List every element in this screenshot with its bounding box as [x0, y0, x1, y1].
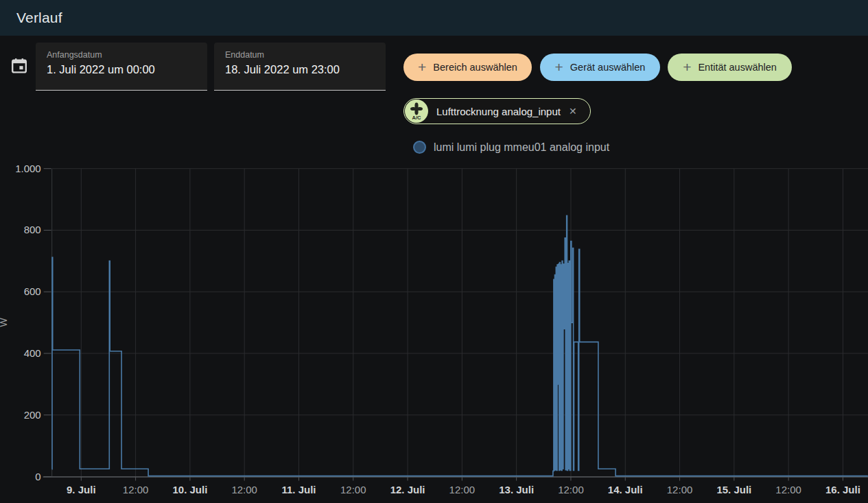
x-tick-label: 11. Juli: [281, 484, 316, 495]
x-tick-label: 15. Juli: [716, 484, 751, 495]
x-tick-label: 13. Juli: [499, 484, 534, 495]
legend-dot: [413, 141, 426, 154]
add-device-filter-label: Gerät auswählen: [570, 62, 646, 73]
x-tick-label: 14. Juli: [608, 484, 643, 495]
y-tick-label: 600: [24, 285, 41, 297]
y-tick-label: 200: [24, 409, 41, 421]
y-tick-label: 0: [35, 471, 40, 482]
end-date-label: Enddatum: [225, 50, 375, 60]
app-header: Verlauf: [0, 0, 868, 36]
y-tick-label: 1.000: [15, 163, 41, 174]
selected-entity-chip[interactable]: A/C Lufttrocknung analog_input ✕: [403, 98, 591, 124]
x-tick-label: 12:00: [775, 484, 801, 495]
start-date-value: 1. Juli 2022 um 00:00: [47, 63, 196, 76]
x-tick-label: 9. Juli: [67, 484, 96, 495]
x-tick-label: 12:00: [123, 484, 149, 495]
add-area-filter-button[interactable]: + Bereich auswählen: [403, 54, 532, 81]
x-tick-label: 12:00: [558, 484, 584, 495]
add-entity-filter-label: Entität auswählen: [698, 62, 776, 73]
close-icon[interactable]: ✕: [569, 106, 577, 117]
history-chart[interactable]: 02004006008001.0009. Juli12:0010. Juli12…: [0, 159, 868, 503]
x-tick-label: 12:00: [340, 484, 366, 495]
x-tick-label: 10. Juli: [172, 484, 207, 495]
x-tick-label: 12. Juli: [390, 484, 425, 495]
x-tick-label: 12:00: [667, 484, 693, 495]
add-device-filter-button[interactable]: + Gerät auswählen: [540, 54, 660, 81]
add-entity-filter-button[interactable]: + Entität auswählen: [668, 54, 792, 81]
hvac-fan-icon: A/C: [405, 100, 428, 123]
legend-label: lumi lumi plug mmeu01 analog input: [434, 141, 609, 154]
plus-icon: +: [418, 60, 426, 74]
plus-icon: +: [683, 60, 691, 74]
start-date-field[interactable]: Anfangsdatum 1. Juli 2022 um 00:00: [36, 43, 207, 91]
x-tick-label: 16. Juli: [825, 484, 860, 495]
selected-entity-label: Lufttrocknung analog_input: [436, 106, 561, 117]
y-tick-label: 400: [24, 347, 41, 359]
start-date-label: Anfangsdatum: [47, 50, 196, 60]
end-date-value: 18. Juli 2022 um 23:00: [225, 63, 375, 76]
series-line: [52, 215, 868, 476]
y-tick-label: 800: [24, 224, 41, 235]
hvac-icon-text: A/C: [412, 115, 422, 121]
plus-icon: +: [555, 60, 563, 74]
y-axis-unit-label: W: [0, 318, 9, 327]
x-tick-label: 12:00: [231, 484, 257, 495]
calendar-icon[interactable]: [10, 57, 28, 75]
page-title: Verlauf: [16, 10, 62, 26]
end-date-field[interactable]: Enddatum 18. Juli 2022 um 23:00: [214, 43, 386, 91]
add-area-filter-label: Bereich auswählen: [433, 62, 517, 73]
x-tick-label: 12:00: [449, 484, 476, 495]
legend-item[interactable]: lumi lumi plug mmeu01 analog input: [413, 141, 609, 154]
